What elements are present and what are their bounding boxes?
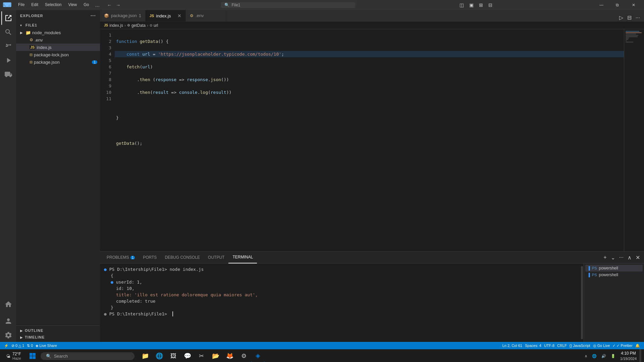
code-editor[interactable]: 1 2 3 4 5 6 7 8 9 10 11 function getData… bbox=[100, 29, 644, 251]
sync-status-item[interactable]: ⇅ 0 bbox=[25, 342, 34, 349]
menu-view[interactable]: View bbox=[65, 2, 79, 8]
volume-item[interactable]: 🔊 bbox=[599, 349, 608, 362]
weather-widget[interactable]: 🌤 72°F Haze bbox=[3, 350, 24, 362]
tab-package-json[interactable]: 📦 package.json 1 bbox=[100, 10, 146, 21]
split-editor-icon[interactable]: ⊟ bbox=[626, 14, 633, 21]
terminal-close-icon[interactable]: ✕ bbox=[634, 254, 641, 261]
snip-app[interactable]: ✂ bbox=[195, 349, 208, 362]
golive-icon: ◎ bbox=[593, 344, 596, 348]
tab-indexjs-close-icon[interactable]: ✕ bbox=[177, 13, 181, 18]
menu-file[interactable]: File bbox=[15, 2, 27, 8]
browser-app[interactable]: 🌐 bbox=[153, 349, 166, 362]
settings-icon[interactable] bbox=[1, 328, 15, 342]
show-desktop-item[interactable] bbox=[639, 349, 641, 362]
debug-console-tab[interactable]: DEBUG CONSOLE bbox=[161, 252, 204, 263]
prettier-item[interactable]: ✓ ✓ Prettier bbox=[611, 342, 634, 349]
menu-go[interactable]: Go bbox=[81, 2, 92, 8]
language-item[interactable]: {} JavaScript bbox=[568, 342, 592, 349]
extensions-icon[interactable] bbox=[1, 68, 15, 81]
close-button[interactable]: ✕ bbox=[626, 0, 641, 10]
breadcrumb-variable[interactable]: url bbox=[154, 23, 158, 28]
weather-temp: 72°F bbox=[12, 352, 21, 356]
output-tab[interactable]: OUTPUT bbox=[204, 252, 228, 263]
liveshare-item[interactable]: ◈ Live Share bbox=[34, 342, 58, 349]
minimize-button[interactable]: — bbox=[594, 0, 609, 10]
notifications-item[interactable]: 🔔 bbox=[634, 342, 641, 349]
remote-status-item[interactable]: ⚡ bbox=[3, 342, 10, 349]
package-lock-item[interactable]: ▶ ⊟ package-lock.json bbox=[16, 51, 100, 58]
folder2-app[interactable]: 📂 bbox=[209, 349, 222, 362]
package-lock-label: package-lock.json bbox=[34, 52, 100, 57]
env-file-item[interactable]: ▶ ⚙ .env bbox=[16, 36, 100, 44]
encoding-item[interactable]: UTF-8 bbox=[543, 342, 556, 349]
restore-button[interactable]: ⧉ bbox=[610, 0, 625, 10]
terminal-tab[interactable]: TERMINAL bbox=[228, 252, 257, 263]
vscode-app[interactable]: ◈ bbox=[251, 349, 265, 362]
explorer-icon[interactable] bbox=[1, 11, 15, 25]
errors-status-item[interactable]: ⊘ 0 △ 1 bbox=[10, 342, 25, 349]
taskbar-search[interactable]: 🔍 Search bbox=[41, 352, 135, 360]
battery-item[interactable]: 🔋 bbox=[609, 349, 618, 362]
nav-back-button[interactable]: ← bbox=[106, 2, 113, 8]
settings2-app[interactable]: ⚙ bbox=[237, 349, 251, 362]
problems-tab[interactable]: PROBLEMS 1 bbox=[103, 252, 139, 263]
terminal-output[interactable]: ● PS D:\Intership\File1> node index.js {… bbox=[100, 263, 580, 342]
tab-indexjs[interactable]: JS index.js ✕ bbox=[146, 10, 186, 21]
sidebar-more-icon[interactable]: ··· bbox=[91, 13, 96, 19]
file-tree: ▾ FILE1 ▶ 📁 node_modules ▶ ⚙ .env ▶ JS i… bbox=[16, 21, 100, 325]
weather-desc: Haze bbox=[12, 356, 21, 360]
file-explorer-app[interactable]: 📁 bbox=[139, 349, 152, 362]
node-modules-label: node_modules bbox=[32, 30, 100, 35]
terminal-more-icon[interactable]: ··· bbox=[618, 254, 625, 261]
timeline-section[interactable]: ▶ TIMELINE bbox=[16, 334, 100, 341]
tab-more-icon[interactable]: ··· bbox=[634, 14, 641, 21]
new-terminal-icon[interactable]: + bbox=[602, 254, 608, 261]
terminal-scrollbar[interactable] bbox=[581, 266, 583, 339]
package-json-item[interactable]: ▶ ⊟ package.json 1 bbox=[16, 58, 100, 66]
account-icon[interactable] bbox=[1, 314, 15, 328]
ln-col-item[interactable]: Ln 2, Col 61 bbox=[501, 342, 524, 349]
indexjs-file-item[interactable]: ▶ JS index.js bbox=[16, 44, 100, 51]
source-control-icon[interactable] bbox=[1, 40, 15, 53]
remote-icon[interactable] bbox=[1, 298, 15, 311]
powershell-label-2: powershell bbox=[599, 273, 618, 277]
breadcrumb-method[interactable]: getData bbox=[131, 23, 146, 28]
outline-section[interactable]: ▶ OUTLINE bbox=[16, 327, 100, 334]
code-content[interactable]: function getData() { const url = 'https:… bbox=[113, 29, 624, 251]
browser2-app[interactable]: 🦊 bbox=[223, 349, 236, 362]
tab-env[interactable]: ⚙ .env bbox=[186, 10, 226, 21]
panel-toggle-icon[interactable]: ▣ bbox=[467, 2, 476, 8]
title-search-bar[interactable]: 🔍 File1 bbox=[221, 2, 355, 8]
split-terminal-icon[interactable]: ⌄ bbox=[609, 254, 616, 261]
breadcrumb-file[interactable]: index.js bbox=[109, 23, 123, 28]
liveshare-icon: ◈ bbox=[36, 344, 38, 348]
sidebar-toggle-icon[interactable]: ◫ bbox=[458, 2, 466, 8]
photos-app[interactable]: 🖼 bbox=[167, 349, 180, 362]
node-modules-item[interactable]: ▶ 📁 node_modules bbox=[16, 29, 100, 36]
network-item[interactable]: 🌐 bbox=[590, 349, 599, 362]
run-button[interactable]: ▷ bbox=[618, 14, 625, 21]
spaces-item[interactable]: Spaces: 4 bbox=[524, 342, 543, 349]
layout-icon-4[interactable]: ⊟ bbox=[486, 2, 494, 8]
powershell-1-item[interactable]: ▐ PS powershell bbox=[585, 265, 643, 272]
package-json-badge: 1 bbox=[92, 60, 97, 64]
menu-edit[interactable]: Edit bbox=[29, 2, 41, 8]
nav-forward-button[interactable]: → bbox=[114, 2, 122, 8]
terminal-maximize-icon[interactable]: ∧ bbox=[626, 254, 633, 261]
datetime-item[interactable]: 4:10 PM 1/19/2024 bbox=[618, 349, 639, 362]
ports-tab[interactable]: PORTS bbox=[139, 252, 161, 263]
powershell-2-item[interactable]: ▐ PS powershell bbox=[585, 272, 643, 278]
eol-item[interactable]: CRLF bbox=[556, 342, 568, 349]
root-folder-item[interactable]: ▾ FILE1 bbox=[16, 21, 100, 29]
start-button[interactable] bbox=[26, 349, 39, 362]
search-icon[interactable] bbox=[1, 25, 15, 39]
menu-more[interactable]: … bbox=[93, 2, 102, 8]
run-debug-icon[interactable] bbox=[1, 54, 15, 67]
go-live-item[interactable]: ◎ Go Live bbox=[592, 342, 611, 349]
code-line-1: function getData() { bbox=[116, 38, 624, 45]
tray-expand-item[interactable]: ∧ bbox=[583, 349, 589, 362]
layout-icon-3[interactable]: ⊞ bbox=[477, 2, 485, 8]
menu-selection[interactable]: Selection bbox=[42, 2, 64, 8]
chat-app[interactable]: 💬 bbox=[181, 349, 194, 362]
terminal-line-3: ● userId: 1, bbox=[104, 279, 576, 285]
